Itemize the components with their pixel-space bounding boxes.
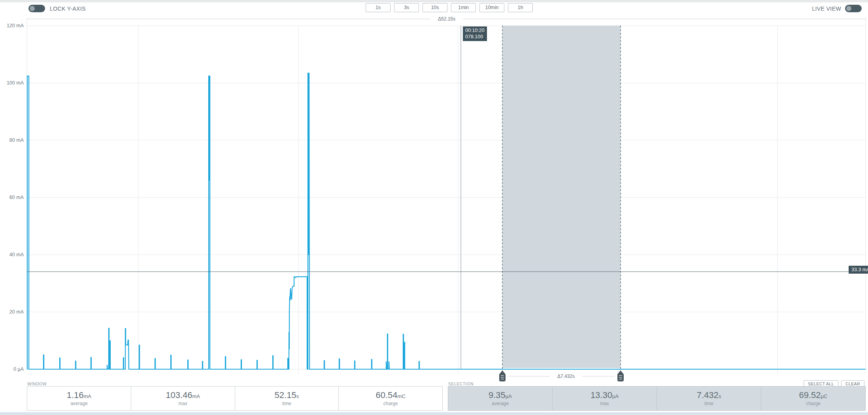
selection-stats-group: 9.35µA average 13.30µA max 7.432s time 6… [448,386,866,411]
selection-delta-label: Δ7.432s [551,374,581,379]
window-average-label: average [70,401,87,406]
selection-time-unit: s [719,393,721,399]
selection-charge-label: charge [806,401,821,406]
chart-scroll-strip[interactable] [0,412,868,415]
cursor-tooltip-time: 00:10:20 [465,27,485,34]
window-time-label: time [282,401,291,406]
selection-charge-value: 69.52 [799,390,821,400]
selection-average-unit: µA [506,393,512,399]
selection-max-label: max [600,401,609,406]
window-average-cell: 1.16mA average [27,387,131,410]
selection-handle-left[interactable] [499,370,506,381]
window-max-value: 103.46 [166,390,192,400]
selection-average-label: average [492,401,509,406]
selection-average-cell: 9.35µA average [448,387,552,410]
y-tick-40ma: 40 mA [1,252,24,257]
y-tick-60ma: 60 mA [1,195,24,200]
selection-max-value: 13.30 [591,390,612,400]
power-profiler-app: LOCK Y-AXIS 1s 3s 10s 1min 10min 1h LIVE… [0,0,868,415]
window-max-label: max [178,401,187,406]
window-time-value: 52.15 [275,390,296,400]
window-charge-cell: 60.54mC charge [338,387,442,410]
y-tick-0ua: 0 µA [1,366,24,372]
window-time-cell: 52.15s time [235,387,339,410]
selection-handle-right[interactable] [617,370,624,381]
selection-stats-label: SELECTION [448,381,474,386]
window-delta-label: Δ52.15s [431,16,462,22]
window-stats-label: WINDOW [27,381,47,386]
selection-average-value: 9.35 [489,390,506,400]
window-charge-unit: mC [398,393,406,399]
selection-time-cell: 7.432s time [657,387,761,410]
current-trace-line [27,73,866,369]
selection-charge-cell: 69.52µC charge [761,387,865,410]
window-average-unit: mA [84,393,92,399]
cursor-tooltip-value: 078.100 [465,34,485,40]
selection-time-label: time [704,401,713,406]
current-chart[interactable] [0,0,868,384]
window-max-unit: mA [192,393,200,399]
y-tick-120ma: 120 mA [1,23,24,28]
window-max-cell: 103.46mA max [131,387,235,410]
window-charge-label: charge [383,401,398,406]
selection-region[interactable] [502,26,621,368]
y-tick-80ma: 80 mA [1,137,24,143]
window-time-unit: s [296,393,299,399]
window-stats-group: 1.16mA average 103.46mA max 52.15s time … [27,386,443,411]
cursor-tooltip: 00:10:20 078.100 [463,26,487,41]
selection-max-cell: 13.30µA max [552,387,657,410]
crosshair-value-label: 33.3 mA [849,266,868,274]
selection-charge-unit: µC [821,393,828,399]
window-charge-value: 60.54 [376,390,397,400]
window-average-value: 1.16 [67,390,84,400]
selection-time-value: 7.432 [697,390,719,400]
selection-max-unit: µA [612,393,619,399]
y-tick-20ma: 20 mA [1,309,24,315]
y-tick-100ma: 100 mA [1,80,24,86]
